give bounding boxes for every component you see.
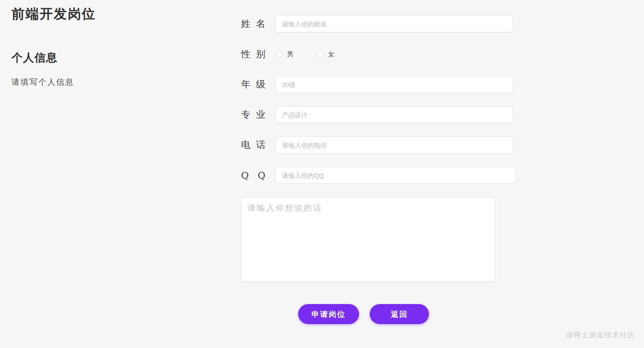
radio-circle-icon[interactable] [276, 51, 283, 58]
gender-female-label: 女 [328, 50, 334, 58]
back-button[interactable]: 返回 [370, 304, 429, 324]
radio-circle-icon[interactable] [316, 51, 324, 58]
major-label: 专 业 [241, 108, 265, 121]
major-input[interactable] [276, 106, 513, 123]
left-panel: 前端开发岗位 个人信息 请填写个人信息 [12, 5, 216, 88]
gender-female-radio[interactable]: 女 [316, 50, 334, 58]
gender-male-radio[interactable]: 男 [276, 50, 293, 58]
form-row-major: 专 业 [241, 106, 516, 123]
personal-info-form: 姓 名 性 别 男 女 年 级 专 业 电 话 Q Q [241, 15, 516, 324]
gender-male-label: 男 [287, 50, 293, 58]
qq-label: Q Q [241, 170, 265, 181]
apply-button[interactable]: 申请岗位 [298, 304, 359, 324]
form-row-gender: 性 别 男 女 [241, 46, 516, 63]
gender-label: 性 别 [241, 48, 265, 61]
form-row-grade: 年 级 [241, 76, 516, 93]
section-description: 请填写个人信息 [12, 77, 216, 88]
name-input[interactable] [276, 15, 513, 32]
watermark: @稀土掘金技术社区 [566, 330, 635, 340]
phone-input[interactable] [276, 136, 513, 154]
qq-input[interactable] [276, 167, 516, 184]
gender-radio-group: 男 女 [276, 50, 334, 58]
form-row-qq: Q Q [241, 167, 516, 184]
form-row-name: 姓 名 [241, 15, 516, 32]
form-buttons: 申请岗位 返回 [241, 304, 516, 324]
section-title: 个人信息 [12, 50, 216, 65]
grade-input[interactable] [276, 76, 513, 93]
form-row-phone: 电 话 [241, 136, 516, 154]
grade-label: 年 级 [241, 78, 265, 91]
message-textarea[interactable] [241, 197, 495, 282]
name-label: 姓 名 [241, 17, 265, 30]
phone-label: 电 话 [241, 139, 265, 151]
page-title: 前端开发岗位 [12, 5, 216, 23]
form-row-message [241, 197, 516, 282]
